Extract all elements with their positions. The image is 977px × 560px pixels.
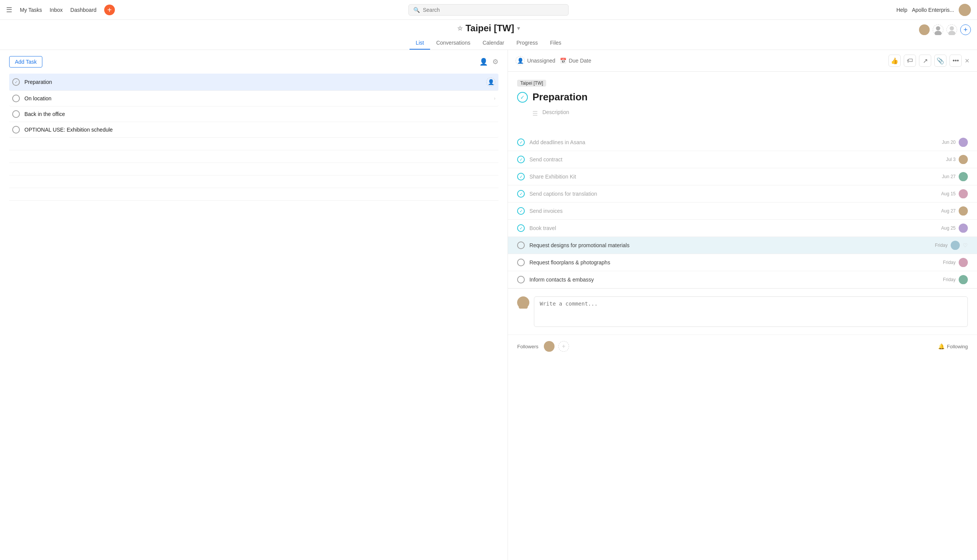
empty-row	[9, 188, 498, 201]
project-tag[interactable]: Taipei [TW]	[517, 80, 546, 87]
settings-icon[interactable]: ⚙	[492, 58, 498, 66]
subtask-avatar	[959, 155, 968, 164]
task-detail: Taipei [TW] Preparation ☰ Description	[508, 72, 977, 134]
member-avatar-1[interactable]	[919, 24, 930, 35]
subtask-date: Aug 15	[941, 191, 955, 197]
star-icon[interactable]: ☆	[457, 25, 463, 32]
member-avatar-2[interactable]	[933, 24, 944, 35]
nav-dashboard[interactable]: Dashboard	[70, 7, 97, 13]
help-button[interactable]: Help	[897, 7, 907, 13]
svg-point-23	[960, 263, 967, 267]
more-button[interactable]: •••	[950, 55, 962, 67]
subtask-date: Friday	[943, 277, 955, 282]
subtask-row[interactable]: Inform contacts & embassy Friday	[508, 271, 977, 288]
subtask-checkbox[interactable]	[517, 276, 525, 283]
assign-icon[interactable]: 👤	[479, 58, 488, 66]
task-section: Preparation 👤 On location › Back in the …	[0, 73, 508, 201]
task-row[interactable]: Back in the office	[9, 107, 498, 122]
hamburger-icon[interactable]: ☰	[6, 6, 12, 14]
subtask-date: Aug 25	[941, 225, 955, 231]
add-project-button[interactable]: +	[104, 5, 115, 15]
task-checkbox[interactable]	[12, 110, 20, 118]
svg-point-11	[960, 160, 967, 164]
subtask-row[interactable]: Book travel Aug 25	[508, 220, 977, 237]
followers-section: Followers + 🔔 Following	[508, 335, 977, 358]
tag-button[interactable]: 🏷	[904, 55, 916, 67]
search-bar[interactable]: 🔍	[408, 4, 569, 16]
subtask-checkbox[interactable]	[517, 138, 525, 146]
nav-right: Help Apollo Enterpris...	[897, 4, 971, 16]
comment-input[interactable]	[534, 297, 968, 327]
subtask-checkbox[interactable]	[517, 173, 525, 180]
org-name: Apollo Enterpris...	[912, 7, 954, 13]
right-panel-header: 👤 Unassigned 📅 Due Date 👍 🏷 ↗ 📎 ••• ×	[508, 50, 977, 72]
svg-point-22	[961, 259, 965, 263]
following-button[interactable]: 🔔 Following	[938, 343, 968, 350]
subtask-row[interactable]: Request designs for promotional material…	[508, 237, 977, 254]
due-date-label: Due Date	[569, 58, 591, 64]
subtask-checkbox[interactable]	[517, 224, 525, 232]
task-assign-icon[interactable]: 👤	[486, 77, 495, 87]
tab-progress[interactable]: Progress	[510, 37, 544, 50]
task-label: Preparation	[24, 79, 486, 85]
due-date-button[interactable]: 📅 Due Date	[560, 58, 591, 64]
project-tabs: List Conversations Calendar Progress Fil…	[409, 37, 568, 50]
invite-member-button[interactable]: +	[960, 24, 971, 35]
subtask-row[interactable]: Add deadlines in Asana Jun 20	[508, 134, 977, 151]
subtask-checkbox[interactable]	[517, 258, 525, 266]
attach-button[interactable]: 📎	[934, 55, 947, 67]
like-button[interactable]: 👍	[888, 55, 901, 67]
subtask-row[interactable]: Send captions for translation Aug 15	[508, 185, 977, 203]
task-label: Back in the office	[24, 111, 495, 117]
task-row[interactable]: OPTIONAL USE: Exhibition schedule	[9, 122, 498, 138]
task-checkbox[interactable]	[12, 95, 20, 102]
task-label: OPTIONAL USE: Exhibition schedule	[24, 127, 495, 133]
subtask-label: Send invoices	[529, 208, 941, 214]
nav-inbox[interactable]: Inbox	[50, 7, 63, 13]
task-checkbox[interactable]	[12, 126, 20, 133]
tab-conversations[interactable]: Conversations	[430, 37, 477, 50]
subtask-row[interactable]: Share Exhibition Kit Jun 27	[508, 168, 977, 185]
task-row[interactable]: On location ›	[9, 91, 498, 107]
add-task-button[interactable]: Add Task	[9, 56, 42, 68]
subtask-row[interactable]: Send invoices Aug 27	[508, 203, 977, 220]
header-actions: 👍 🏷 ↗ 📎 ••• ×	[888, 55, 969, 67]
subtask-checkbox[interactable]	[517, 190, 525, 198]
task-row[interactable]: Preparation 👤	[9, 73, 498, 91]
search-input[interactable]	[423, 7, 564, 13]
tab-files[interactable]: Files	[544, 37, 568, 50]
task-checkbox[interactable]	[12, 78, 20, 86]
task-complete-checkbox[interactable]	[517, 92, 528, 103]
member-avatar-3[interactable]	[947, 24, 957, 35]
bell-icon: 🔔	[938, 343, 945, 350]
tab-calendar[interactable]: Calendar	[476, 37, 510, 50]
like-icon[interactable]: ♡	[963, 242, 968, 248]
subtask-avatar	[959, 138, 968, 147]
project-caret-icon[interactable]: ▾	[517, 25, 520, 31]
main-content: Add Task 👤 ⚙ Preparation 👤 On location ›	[0, 50, 977, 560]
description-input[interactable]: Description	[542, 109, 569, 115]
add-follower-button[interactable]: +	[558, 341, 569, 352]
task-row-right: 👤	[486, 77, 495, 87]
empty-row	[9, 150, 498, 163]
task-row-right: ›	[494, 96, 495, 101]
subtask-row[interactable]: Request floorplans & photographs Friday	[508, 254, 977, 271]
tab-list[interactable]: List	[409, 37, 430, 50]
svg-point-7	[949, 31, 955, 35]
assignee-button[interactable]: 👤 Unassigned	[516, 56, 555, 65]
svg-point-17	[960, 212, 967, 215]
subtask-checkbox[interactable]	[517, 207, 525, 215]
svg-point-14	[961, 190, 965, 194]
subtask-row[interactable]: Send contract Jul 3	[508, 151, 977, 168]
svg-point-2	[922, 26, 927, 30]
subtask-avatar	[959, 275, 968, 284]
share-button[interactable]: ↗	[919, 55, 931, 67]
user-avatar[interactable]	[959, 4, 971, 16]
svg-point-19	[960, 229, 967, 233]
left-panel: Add Task 👤 ⚙ Preparation 👤 On location ›	[0, 50, 508, 560]
subtask-checkbox[interactable]	[517, 242, 525, 249]
subtask-checkbox[interactable]	[517, 156, 525, 163]
nav-my-tasks[interactable]: My Tasks	[20, 7, 42, 13]
top-nav: ☰ My Tasks Inbox Dashboard + 🔍 Help Apol…	[0, 0, 977, 20]
close-panel-button[interactable]: ×	[965, 57, 969, 65]
